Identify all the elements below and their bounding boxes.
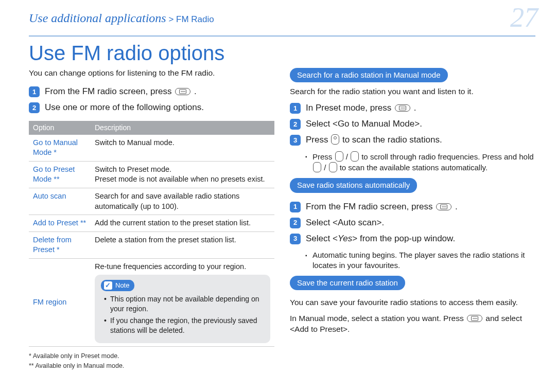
step-number-badge: 2 bbox=[290, 119, 301, 130]
footnotes: * Available only in Preset mode. ** Avai… bbox=[29, 352, 274, 370]
table-row: Delete from Preset * Delete a station fr… bbox=[29, 231, 274, 258]
step: 1 In Preset mode, press . bbox=[290, 102, 535, 114]
step-number-badge: 1 bbox=[290, 103, 301, 114]
step-text: Select <Yes> from the pop-up window. bbox=[306, 233, 455, 245]
step-text: In Preset mode, press . bbox=[306, 102, 416, 114]
section-lead: You can save your favourite radio statio… bbox=[290, 297, 535, 308]
footnote: ** Available only in Manual mode. bbox=[29, 362, 274, 370]
menu-key-icon bbox=[395, 104, 410, 112]
page-number: 27 bbox=[510, 4, 538, 31]
section2-steps: 1 From the FM radio screen, press . 2 Se… bbox=[290, 201, 535, 245]
content-columns: You can change options for listening to … bbox=[0, 68, 556, 371]
table-row: FM region Re-tune frequencies according … bbox=[29, 258, 274, 347]
options-table: Option Description Go to Manual Mode * S… bbox=[29, 121, 274, 347]
table-row: Auto scan Search for and save available … bbox=[29, 188, 274, 215]
lead-text: You can change options for listening to … bbox=[29, 68, 274, 79]
nav-key-icon bbox=[351, 151, 359, 162]
step-2: 2 Use one or more of the following optio… bbox=[29, 102, 274, 114]
option-name: Add to Preset ** bbox=[29, 215, 91, 232]
step-number-badge: 1 bbox=[290, 202, 301, 212]
note-label: Note bbox=[115, 281, 129, 290]
step-number-badge: 3 bbox=[290, 135, 301, 146]
table-row: Add to Preset ** Add the current station… bbox=[29, 215, 274, 232]
page-title: Use FM radio options bbox=[0, 37, 556, 68]
option-desc: Switch to Manual mode. bbox=[91, 135, 274, 162]
step-1: 1 From the FM radio screen, press . bbox=[29, 86, 274, 98]
step: 3 Select <Yes> from the pop-up window. bbox=[290, 233, 535, 245]
nav-key-icon bbox=[313, 162, 321, 172]
note-item: This option may not be available dependi… bbox=[103, 294, 264, 314]
section-pill: Save the current radio station bbox=[290, 276, 405, 290]
nav-key-icon bbox=[335, 151, 343, 162]
option-name: Go to Manual Mode * bbox=[29, 135, 91, 162]
note-badge: Note bbox=[101, 280, 134, 291]
left-steps: 1 From the FM radio screen, press . 2 Us… bbox=[29, 86, 274, 114]
section-pill: Search for a radio station in Manual mod… bbox=[290, 68, 448, 82]
left-column: You can change options for listening to … bbox=[29, 68, 274, 371]
option-name: Delete from Preset * bbox=[29, 231, 91, 258]
step: 3 Press to scan the radio stations. bbox=[290, 134, 535, 146]
step-number-badge: 3 bbox=[290, 234, 301, 244]
option-desc: Delete a station from the preset station… bbox=[91, 231, 274, 258]
step-text: Use one or more of the following options… bbox=[45, 102, 204, 114]
step: 2 Select <Auto scan>. bbox=[290, 217, 535, 229]
step-text: Select <Go to Manual Mode>. bbox=[306, 118, 422, 130]
menu-key-icon bbox=[467, 315, 482, 322]
bullet: Press / to scroll through radio frequenc… bbox=[305, 151, 535, 173]
note-list: This option may not be available dependi… bbox=[101, 294, 264, 335]
th-option: Option bbox=[29, 121, 91, 135]
page-header: Use additional applications > FM Radio 2… bbox=[0, 0, 556, 35]
nav-key-icon bbox=[331, 134, 339, 145]
footnote: * Available only in Preset mode. bbox=[29, 352, 274, 361]
th-description: Description bbox=[91, 121, 274, 135]
check-icon bbox=[104, 281, 112, 290]
note-item: If you change the region, the previously… bbox=[103, 316, 264, 335]
section1-bullets: Press / to scroll through radio frequenc… bbox=[290, 151, 535, 173]
step-text: From the FM radio screen, press . bbox=[45, 86, 197, 98]
step-text: Press to scan the radio stations. bbox=[306, 134, 442, 146]
right-column: Search for a radio station in Manual mod… bbox=[290, 68, 535, 371]
breadcrumb-main: Use additional applications bbox=[29, 11, 166, 25]
nav-key-icon bbox=[329, 162, 337, 172]
step-number-badge: 2 bbox=[29, 102, 40, 113]
table-row: Go to Manual Mode * Switch to Manual mod… bbox=[29, 135, 274, 162]
option-name: Auto scan bbox=[29, 188, 91, 215]
option-desc: Re-tune frequencies according to your re… bbox=[91, 258, 274, 347]
option-name: Go to Preset Mode ** bbox=[29, 161, 91, 188]
step-text: Select <Auto scan>. bbox=[306, 217, 384, 229]
section1-steps: 1 In Preset mode, press . 2 Select <Go t… bbox=[290, 102, 535, 146]
step-number-badge: 1 bbox=[29, 86, 40, 97]
menu-key-icon bbox=[436, 203, 451, 210]
breadcrumb: Use additional applications > FM Radio bbox=[29, 11, 214, 25]
bullet: Automatic tuning begins. The player save… bbox=[305, 250, 535, 271]
section-lead: Search for the radio station you want an… bbox=[290, 86, 535, 97]
section2-bullets: Automatic tuning begins. The player save… bbox=[290, 250, 535, 271]
step-number-badge: 2 bbox=[290, 218, 301, 228]
note-box: Note This option may not be available de… bbox=[95, 275, 270, 343]
breadcrumb-sub: FM Radio bbox=[176, 14, 214, 24]
option-desc: Add the current station to the preset st… bbox=[91, 215, 274, 232]
option-desc: Switch to Preset mode. Preset mode is no… bbox=[91, 161, 274, 188]
breadcrumb-sep: > bbox=[166, 14, 176, 24]
step: 2 Select <Go to Manual Mode>. bbox=[290, 118, 535, 130]
option-name: FM region bbox=[29, 258, 91, 347]
step-text: From the FM radio screen, press . bbox=[306, 201, 458, 213]
table-row: Go to Preset Mode ** Switch to Preset mo… bbox=[29, 161, 274, 188]
option-desc: Search for and save available radio stat… bbox=[91, 188, 274, 215]
section-para: In Manual mode, select a station you wan… bbox=[290, 313, 535, 335]
section-pill: Save radio stations automatically bbox=[290, 178, 417, 192]
step: 1 From the FM radio screen, press . bbox=[290, 201, 535, 213]
menu-key-icon bbox=[175, 88, 190, 95]
